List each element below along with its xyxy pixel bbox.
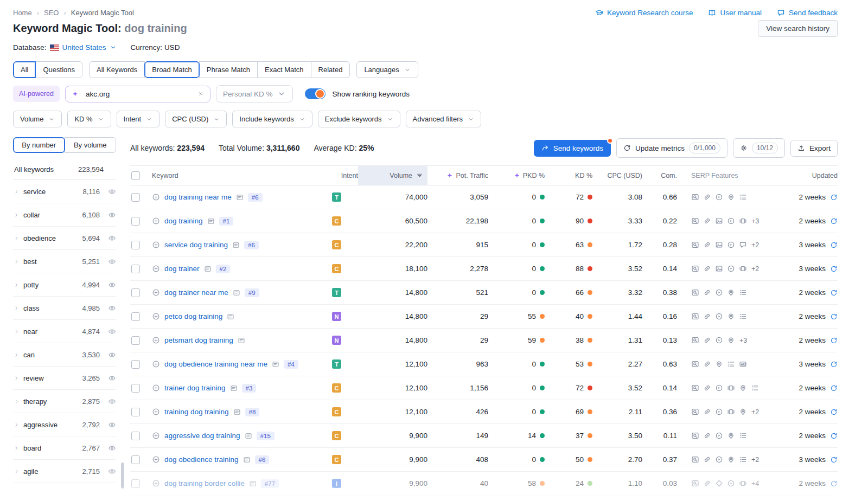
- user-manual-link[interactable]: User manual: [708, 9, 762, 17]
- ranking-position-badge[interactable]: #4: [284, 360, 298, 369]
- row-checkbox[interactable]: [131, 384, 140, 393]
- keyword-group-can[interactable]: can3,530: [13, 343, 116, 367]
- add-to-list-icon[interactable]: [152, 360, 160, 368]
- filter-exclude-keywords[interactable]: Exclude keywords: [318, 111, 400, 127]
- keyword-link[interactable]: petsmart dog training: [164, 336, 233, 344]
- refresh-icon[interactable]: [830, 432, 838, 440]
- serp-snapshot-icon[interactable]: [233, 408, 241, 416]
- column-updated[interactable]: Updated: [774, 166, 838, 185]
- ranking-position-badge[interactable]: #6: [244, 241, 259, 249]
- add-to-list-icon[interactable]: [152, 408, 160, 416]
- eye-icon[interactable]: [108, 281, 116, 289]
- serp-more-count[interactable]: +2: [751, 241, 759, 249]
- eye-icon[interactable]: [108, 211, 116, 219]
- add-to-list-icon[interactable]: [152, 193, 160, 201]
- refresh-icon[interactable]: [830, 241, 838, 249]
- serp-snapshot-icon[interactable]: [232, 241, 240, 249]
- intent-badge[interactable]: C: [332, 216, 341, 226]
- refresh-icon[interactable]: [830, 289, 838, 297]
- course-link[interactable]: Keyword Research course: [595, 9, 693, 17]
- personal-kd-dropdown[interactable]: Personal KD %: [216, 85, 293, 102]
- select-all-checkbox[interactable]: [131, 171, 140, 180]
- serp-snapshot-icon[interactable]: [236, 194, 244, 201]
- sidebar-scrollbar[interactable]: [121, 463, 124, 489]
- add-to-list-icon[interactable]: [152, 479, 160, 487]
- serp-snapshot-icon[interactable]: [249, 480, 257, 487]
- eye-icon[interactable]: [108, 304, 116, 312]
- breadcrumb-item-home[interactable]: Home: [13, 9, 32, 17]
- refresh-icon[interactable]: [830, 265, 838, 273]
- add-to-list-icon[interactable]: [152, 432, 160, 440]
- intent-badge[interactable]: C: [332, 455, 341, 464]
- languages-dropdown[interactable]: Languages: [356, 61, 418, 78]
- quota-settings-button[interactable]: 10/12: [733, 138, 785, 158]
- row-checkbox[interactable]: [131, 336, 140, 345]
- eye-icon[interactable]: [108, 351, 116, 359]
- row-checkbox[interactable]: [131, 432, 140, 440]
- intent-badge[interactable]: C: [332, 264, 341, 273]
- eye-icon[interactable]: [108, 421, 116, 429]
- row-checkbox[interactable]: [131, 360, 140, 369]
- keyword-link[interactable]: aggressive dog training: [164, 432, 240, 440]
- tab-all[interactable]: All: [13, 61, 36, 78]
- serp-snapshot-icon[interactable]: [230, 384, 238, 392]
- keyword-link[interactable]: training dog training: [164, 408, 229, 416]
- eye-icon[interactable]: [108, 188, 116, 196]
- intent-badge[interactable]: T: [332, 359, 341, 369]
- row-checkbox[interactable]: [131, 408, 140, 416]
- row-checkbox[interactable]: [131, 455, 140, 464]
- serp-snapshot-icon[interactable]: [233, 289, 240, 297]
- serp-snapshot-icon[interactable]: [207, 217, 215, 225]
- keyword-link[interactable]: dog obedience training: [164, 455, 239, 464]
- keyword-group-service[interactable]: service8,116: [13, 180, 116, 203]
- serp-snapshot-icon[interactable]: [243, 456, 251, 464]
- intent-badge[interactable]: N: [332, 336, 341, 345]
- keyword-group-collar[interactable]: collar6,108: [13, 203, 116, 227]
- column-volume[interactable]: Volume: [358, 166, 427, 185]
- serp-snapshot-icon[interactable]: [238, 337, 245, 344]
- keyword-link[interactable]: dog obedience training near me: [164, 360, 267, 368]
- filter-cpc-usd[interactable]: CPC (USD): [165, 111, 227, 127]
- serp-more-count[interactable]: +3: [739, 337, 747, 344]
- eye-icon[interactable]: [108, 258, 116, 266]
- ranking-position-badge[interactable]: #2: [216, 265, 231, 273]
- column-intent[interactable]: Intent: [332, 166, 358, 185]
- keyword-group-obedience[interactable]: obedience5,694: [13, 227, 116, 250]
- row-checkbox[interactable]: [131, 193, 140, 202]
- keyword-link[interactable]: dog trainer near me: [164, 288, 228, 297]
- database-selector[interactable]: United States: [50, 43, 117, 52]
- filter-intent[interactable]: Intent: [117, 111, 160, 127]
- row-checkbox[interactable]: [131, 312, 140, 321]
- ranking-position-badge[interactable]: #3: [242, 384, 257, 393]
- keyword-group-class[interactable]: class4,985: [13, 297, 116, 320]
- keyword-group-near[interactable]: near4,874: [13, 320, 116, 343]
- serp-snapshot-icon[interactable]: [227, 313, 234, 320]
- ranking-position-badge[interactable]: #8: [245, 408, 260, 416]
- row-checkbox[interactable]: [131, 288, 140, 297]
- refresh-icon[interactable]: [830, 337, 838, 344]
- update-metrics-button[interactable]: Update metrics 0/1,000: [616, 138, 727, 158]
- eye-icon[interactable]: [108, 374, 116, 382]
- breadcrumb-item-keyword-magic-tool[interactable]: Keyword Magic Tool: [71, 9, 134, 17]
- tab-broad-match[interactable]: Broad Match: [144, 61, 200, 78]
- column-kd[interactable]: KD %: [545, 166, 592, 185]
- refresh-icon[interactable]: [830, 480, 838, 487]
- add-to-list-icon[interactable]: [152, 384, 160, 392]
- row-checkbox[interactable]: [131, 217, 140, 226]
- send-feedback-link[interactable]: Send feedback: [777, 9, 838, 17]
- filter-advanced-filters[interactable]: Advanced filters: [406, 111, 482, 127]
- add-to-list-icon[interactable]: [152, 217, 160, 225]
- eye-icon[interactable]: [108, 327, 116, 336]
- serp-snapshot-icon[interactable]: [272, 361, 279, 368]
- row-checkbox[interactable]: [131, 265, 140, 273]
- tab-related[interactable]: Related: [311, 61, 350, 78]
- intent-badge[interactable]: T: [332, 192, 341, 202]
- add-to-list-icon[interactable]: [152, 241, 160, 249]
- intent-badge[interactable]: N: [332, 312, 341, 321]
- serp-more-count[interactable]: +3: [751, 217, 759, 225]
- keyword-link[interactable]: petco dog training: [164, 312, 222, 320]
- ai-domain-input[interactable]: akc.org: [65, 86, 210, 102]
- add-to-list-icon[interactable]: [152, 336, 160, 344]
- filter-volume[interactable]: Volume: [13, 111, 62, 127]
- all-keywords-group[interactable]: All keywords 223,594: [13, 159, 116, 180]
